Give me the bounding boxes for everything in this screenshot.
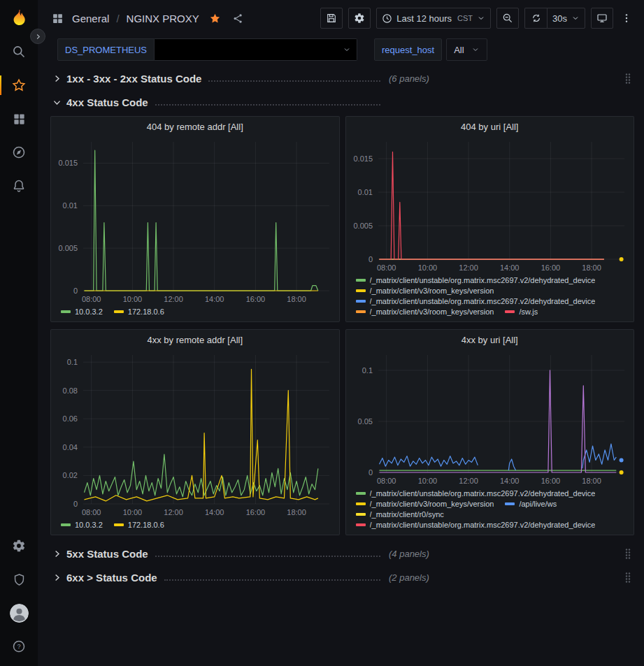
legend-item[interactable]: 172.18.0.6 [114, 307, 164, 316]
sidebar-item-server-admin[interactable] [0, 563, 38, 596]
favorite-star-button[interactable] [209, 13, 221, 24]
refresh-picker: 30s [524, 8, 585, 29]
variable-value-request-host[interactable]: All [446, 38, 487, 61]
sidebar-bottom-nav: ? [0, 529, 38, 666]
breadcrumb-dashboard-title[interactable]: NGINX PROXY [127, 13, 199, 24]
row-4xx[interactable]: 4xx Status Code [50, 92, 634, 112]
legend-item[interactable]: 10.0.3.2 [61, 307, 103, 316]
share-alt-icon [232, 13, 244, 24]
svg-text:10:00: 10:00 [123, 508, 143, 516]
svg-text:16:00: 16:00 [541, 477, 560, 485]
sidebar-item-starred[interactable] [0, 68, 38, 102]
more-options-button[interactable] [619, 8, 634, 29]
svg-text:0.1: 0.1 [67, 358, 78, 366]
svg-text:0.005: 0.005 [58, 244, 78, 252]
svg-text:0: 0 [368, 255, 372, 263]
panel-404-by-uri: 404 by uri [All] 08:0010:0012:0014:0016:… [345, 116, 635, 322]
legend-swatch [61, 310, 71, 313]
refresh-interval-dropdown[interactable]: 30s [547, 8, 585, 29]
svg-text:0.01: 0.01 [63, 201, 78, 210]
apps-grid-icon[interactable] [52, 13, 64, 24]
svg-text:10:00: 10:00 [123, 295, 143, 303]
star-filled-icon [209, 13, 221, 24]
breadcrumb-folder[interactable]: General [72, 13, 109, 24]
legend-item[interactable]: 10.0.3.2 [61, 521, 103, 529]
legend-item[interactable]: 172.18.0.6 [114, 521, 164, 529]
row-panel-count: (6 panels) [389, 73, 429, 84]
row-drag-handle[interactable] [622, 570, 634, 585]
sidebar-item-profile[interactable] [0, 596, 38, 630]
save-icon [326, 13, 337, 24]
panel-legend: 10.0.3.2172.18.0.6 [51, 306, 339, 321]
sidebar-item-settings[interactable] [0, 529, 38, 563]
legend-item[interactable]: /_matrix/client/unstable/org.matrix.msc2… [356, 521, 596, 529]
row-6xx[interactable]: 6xx > Status Code (2 panels) [50, 567, 634, 587]
legend-swatch [356, 300, 366, 303]
row-drag-handle[interactable] [622, 546, 634, 561]
panel-title[interactable]: 404 by remote addr [All] [51, 117, 339, 136]
sidebar-item-dashboards[interactable] [0, 102, 38, 136]
grafana-app: ? General / NGINX PROXY [0, 0, 644, 666]
row-5xx[interactable]: 5xx Status Code (4 panels) [50, 544, 634, 563]
dashboard-settings-button[interactable] [348, 8, 371, 29]
timeseries-chart[interactable]: 08:0010:0012:0014:0016:0018:0000.0050.01… [346, 136, 634, 275]
request-host-value: All [454, 45, 464, 55]
variable-label-request-host[interactable]: request_host [374, 38, 442, 61]
grafana-logo[interactable] [10, 8, 29, 29]
legend-item[interactable]: /_matrix/client/v3/room_keys/version [356, 307, 494, 316]
sidebar-item-explore[interactable] [0, 136, 38, 169]
legend-item[interactable]: /api/live/ws [505, 500, 557, 508]
refresh-icon [531, 13, 541, 23]
legend-label: 10.0.3.2 [75, 521, 103, 529]
sidebar-item-alerting[interactable] [0, 169, 38, 203]
star-icon [12, 78, 26, 92]
svg-text:14:00: 14:00 [205, 508, 224, 516]
legend-item[interactable]: /_matrix/client/v3/room_keys/version [356, 500, 494, 508]
legend-item[interactable]: /_matrix/client/unstable/org.matrix.msc2… [356, 297, 596, 305]
legend-item[interactable]: /sw.js [505, 307, 538, 316]
panel-title[interactable]: 4xx by uri [All] [346, 330, 634, 349]
svg-text:14:00: 14:00 [499, 477, 519, 485]
panel-grid: 404 by remote addr [All] 08:0010:0012:00… [50, 116, 634, 535]
svg-text:08:00: 08:00 [376, 477, 396, 485]
row-1xx-3xx-2xx[interactable]: 1xx - 3xx - 2xx Status Code (6 panels) [50, 68, 634, 88]
legend-item[interactable]: /_matrix/client/v3/room_keys/version [356, 287, 494, 295]
row-drag-handle[interactable] [622, 71, 634, 86]
refresh-button[interactable] [524, 8, 547, 29]
search-icon [12, 45, 26, 59]
svg-text:08:00: 08:00 [82, 508, 101, 516]
legend-item[interactable]: /_matrix/client/r0/sync [356, 510, 444, 519]
timeseries-chart[interactable]: 08:0010:0012:0014:0016:0018:0000.0050.01… [51, 136, 339, 306]
time-range-picker[interactable]: Last 12 hours CST [376, 8, 491, 29]
legend-item[interactable]: /_matrix/client/unstable/org.matrix.msc2… [356, 276, 596, 284]
compass-icon [12, 145, 26, 159]
dashboard-canvas: 1xx - 3xx - 2xx Status Code (6 panels) 4… [38, 63, 644, 666]
panel-title[interactable]: 404 by uri [All] [346, 117, 634, 136]
main-area: General / NGINX PROXY Last 12 hours [38, 0, 644, 666]
share-button[interactable] [232, 13, 244, 24]
zoom-out-time-button[interactable] [496, 8, 519, 29]
legend-label: /_matrix/client/unstable/org.matrix.msc2… [370, 297, 596, 305]
svg-text:08:00: 08:00 [376, 263, 396, 272]
svg-text:16:00: 16:00 [246, 295, 266, 303]
legend-label: 172.18.0.6 [128, 521, 164, 529]
sidebar-item-help[interactable]: ? [0, 630, 38, 663]
panel-legend: 10.0.3.2172.18.0.6 [51, 519, 339, 535]
svg-text:12:00: 12:00 [459, 263, 478, 272]
svg-text:0.05: 0.05 [357, 417, 372, 426]
variable-value-datasource[interactable] [155, 38, 357, 61]
svg-text:12:00: 12:00 [164, 508, 183, 516]
save-dashboard-button[interactable] [320, 8, 343, 29]
panel-title[interactable]: 4xx by remote addr [All] [51, 330, 339, 349]
chevron-down-icon [571, 14, 580, 22]
legend-item[interactable]: /_matrix/client/unstable/org.matrix.msc2… [356, 489, 596, 498]
svg-text:10:00: 10:00 [417, 477, 437, 485]
tv-mode-button[interactable] [591, 8, 613, 29]
sidebar-expand-button[interactable] [30, 29, 45, 44]
variable-label-datasource[interactable]: DS_PROMETHEUS [57, 38, 155, 61]
timeseries-chart[interactable]: 08:0010:0012:0014:0016:0018:0000.050.1 [346, 349, 634, 488]
row-title: 1xx - 3xx - 2xx Status Code [66, 73, 201, 85]
legend-label: /api/live/ws [519, 500, 557, 508]
svg-text:0.1: 0.1 [362, 366, 372, 375]
timeseries-chart[interactable]: 08:0010:0012:0014:0016:0018:0000.020.040… [51, 349, 339, 519]
